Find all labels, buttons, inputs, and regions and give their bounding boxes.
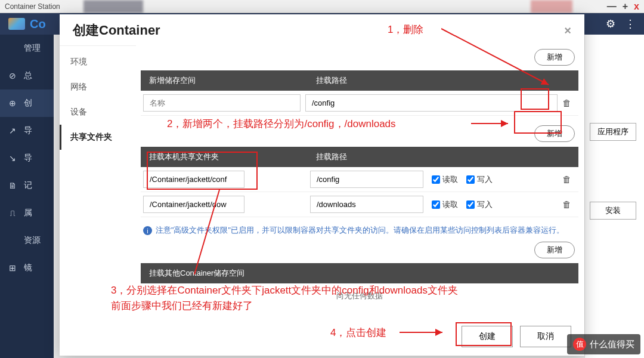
watermark-text: 什么值得买 [590,339,634,350]
dialog-footer: 创建 取消 [60,320,584,356]
bg-app-button[interactable]: 应用程序 [590,123,636,141]
col-mount-path: 挂载路径 [308,147,578,167]
watermark-icon: 值 [573,338,586,351]
mount-path-input[interactable] [310,196,423,213]
dialog-title-bar: 创建Container × [60,14,584,45]
add-storage-button[interactable]: 新增 [534,49,575,66]
cancel-button[interactable]: 取消 [520,326,571,347]
sidebar-item-overview[interactable]: ⊘总 [0,62,54,90]
write-checkbox[interactable]: 写入 [466,199,493,210]
sidebar-item-manage[interactable]: 管理 [0,35,54,62]
storage-name-input[interactable] [143,94,301,112]
dialog-content: 新增 新增储存空间 挂载路径 🗑 新增 挂载本机共享文件夹 挂载路径 [136,45,584,320]
background-panel: 应用程序 安装 [584,35,644,358]
bg-blur [83,0,143,13]
col-other-container: 挂载其他Container储存空间 [141,263,578,283]
trash-icon[interactable]: 🗑 [562,174,571,184]
minimize-button[interactable]: — [607,1,617,12]
window-controls: — + x [607,1,639,12]
more-icon[interactable]: ⋮ [625,17,636,30]
sidebar-item-import[interactable]: ↘导 [0,144,54,172]
document-icon: 🗎 [7,180,18,191]
shared-folder-row: 读取 写入 🗑 [141,192,578,217]
sidebar-item-properties[interactable]: ⎍属 [0,199,54,227]
permission-note: i 注意"高级文件夹权限"已启用，并可以限制容器对共享文件夹的访问。请确保在启用… [141,217,578,240]
add-other-container-button[interactable]: 新增 [534,242,575,258]
col-new-storage: 新增储存空间 [141,70,308,91]
host-folder-input[interactable] [143,196,244,213]
dialog-title: 创建Container [73,21,160,39]
sidebar-item-log[interactable]: 🗎记 [0,172,54,199]
app-logo-icon [8,18,25,30]
trash-icon[interactable]: 🗑 [562,98,571,108]
create-button[interactable]: 创建 [462,326,513,347]
storage-path-input[interactable] [305,94,558,112]
col-host-folder: 挂载本机共享文件夹 [141,147,308,167]
host-folder-input[interactable] [143,171,244,188]
plus-circle-icon: ⊕ [7,98,18,109]
sidebar-item-create[interactable]: ⊕创 [0,90,54,117]
trash-icon[interactable]: 🗑 [562,199,571,209]
sidebar-item-export[interactable]: ↗导 [0,117,54,144]
info-icon: i [143,226,152,235]
tab-shared-folders[interactable]: 共享文件夹 [60,125,136,150]
shared-folder-row: 读取 写入 🗑 [141,167,578,192]
import-icon: ↘ [7,153,18,163]
sidebar-item-image[interactable]: ⊞镜 [0,254,54,282]
sidebar: 管理 ⊘总 ⊕创 ↗导 ↘导 🗎记 ⎍属 资源 ⊞镜 [0,35,54,358]
bg-install-button[interactable]: 安装 [590,202,636,220]
sliders-icon: ⎍ [7,208,18,218]
storage-header: 新增储存空间 挂载路径 [141,70,578,91]
maximize-button[interactable]: + [623,1,628,12]
shared-folder-header: 挂载本机共享文件夹 挂载路径 [141,147,578,167]
close-icon[interactable]: × [564,24,571,38]
dialog-tabs: 环境 网络 设备 共享文件夹 [60,45,136,320]
export-icon: ↗ [7,125,18,136]
read-checkbox[interactable]: 读取 [432,174,458,185]
other-container-header: 挂载其他Container储存空间 [141,263,578,283]
gauge-icon: ⊘ [7,70,18,81]
tab-device[interactable]: 设备 [60,100,136,125]
no-data-text: 尚无任何数据 [141,283,578,308]
window-title: Container Station [5,2,60,11]
add-shared-folder-button[interactable]: 新增 [534,125,575,142]
tab-environment[interactable]: 环境 [60,50,136,75]
storage-row: 🗑 [141,91,578,116]
gear-icon[interactable]: ⚙ [606,17,615,30]
col-mount-path: 挂载路径 [308,70,578,91]
bg-blur [531,0,572,13]
close-button[interactable]: x [634,1,639,12]
read-checkbox[interactable]: 读取 [432,199,458,210]
sidebar-item-resources[interactable]: 资源 [0,227,54,254]
create-container-dialog: 创建Container × 环境 网络 设备 共享文件夹 新增 新增储存空间 挂… [60,14,584,356]
mount-path-input[interactable] [310,171,423,188]
watermark: 值 什么值得买 [567,334,640,354]
grid-icon: ⊞ [7,263,18,273]
app-name: Co [30,17,46,31]
write-checkbox[interactable]: 写入 [466,174,493,185]
tab-network[interactable]: 网络 [60,75,136,100]
